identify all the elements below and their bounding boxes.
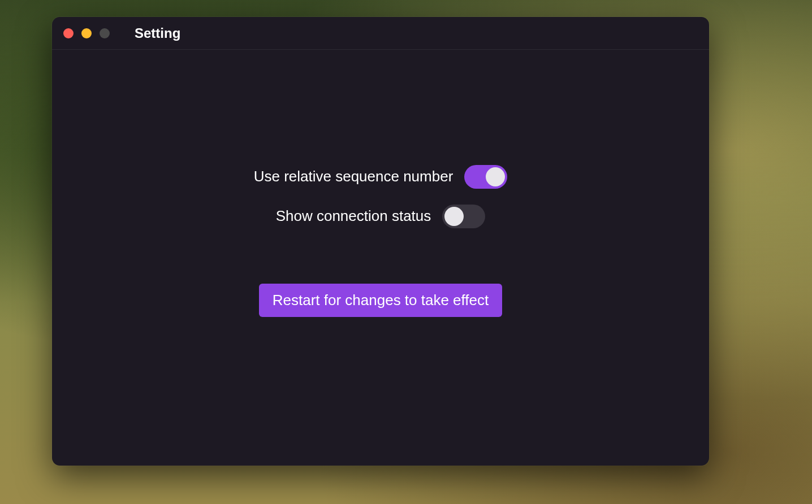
titlebar: Setting	[52, 17, 709, 50]
toggle-knob-icon	[486, 167, 505, 186]
maximize-icon[interactable]	[100, 28, 110, 38]
settings-window: Setting Use relative sequence number Sho…	[52, 17, 709, 466]
setting-label-connection-status: Show connection status	[276, 207, 431, 225]
close-icon[interactable]	[63, 28, 74, 38]
toggle-connection-status[interactable]	[442, 205, 485, 228]
window-controls	[63, 28, 110, 38]
window-title: Setting	[135, 25, 180, 41]
toggle-knob-icon	[444, 207, 464, 226]
minimize-icon[interactable]	[81, 28, 92, 38]
setting-label-relative-sequence: Use relative sequence number	[254, 168, 453, 185]
toggle-relative-sequence[interactable]	[464, 165, 507, 189]
setting-relative-sequence: Use relative sequence number	[254, 165, 508, 189]
restart-button[interactable]: Restart for changes to take effect	[259, 284, 503, 317]
setting-connection-status: Show connection status	[276, 205, 486, 228]
settings-group: Use relative sequence number Show connec…	[254, 165, 508, 317]
settings-content: Use relative sequence number Show connec…	[52, 50, 709, 466]
